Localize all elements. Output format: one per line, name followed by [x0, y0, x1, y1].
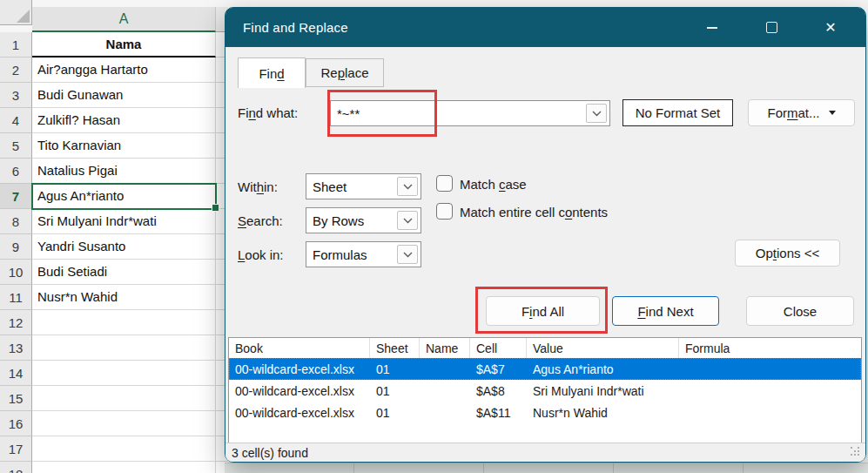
result-value: Agus An*rianto: [527, 358, 679, 380]
col-sheet[interactable]: Sheet: [370, 338, 420, 358]
cell-A18[interactable]: [32, 462, 216, 473]
row-header-3[interactable]: 3: [0, 83, 32, 108]
find-what-dropdown-button[interactable]: [586, 104, 607, 123]
result-formula: [679, 358, 861, 380]
tab-replace[interactable]: Replace: [306, 58, 384, 87]
cell-A4[interactable]: Zulkifl? Hasan: [32, 108, 216, 133]
find-next-button[interactable]: Find Next: [612, 296, 719, 326]
cell-A6[interactable]: Natalius Pigai: [32, 159, 216, 184]
find-what-input[interactable]: *~**: [330, 100, 610, 126]
col-cell[interactable]: Cell: [470, 338, 527, 358]
result-name: [420, 380, 470, 402]
select-all-corner[interactable]: [0, 0, 32, 25]
tab-replace-label: Replace: [320, 65, 368, 80]
row-header-7[interactable]: 7: [0, 184, 32, 209]
result-row-3[interactable]: 00-wildcard-excel.xlsx01$A$11Nusr*n Wahi…: [229, 402, 861, 423]
cell-A11[interactable]: Nusr*n Wahid: [32, 285, 216, 310]
cell-A15[interactable]: [32, 386, 216, 411]
no-format-set-preview: No Format Set: [622, 99, 733, 126]
select-all-triangle-icon: [17, 10, 30, 23]
find-all-label: Find All: [521, 304, 564, 319]
chevron-down-icon: [403, 218, 413, 224]
fill-handle[interactable]: [212, 204, 219, 212]
row-header-5[interactable]: 5: [0, 133, 32, 159]
status-text: 3 cell(s) found: [232, 446, 308, 460]
cell-A5[interactable]: Tito Karnavian: [32, 133, 216, 159]
row-header-13[interactable]: 13: [0, 335, 32, 361]
look-in-value: Formulas: [313, 242, 367, 267]
cell-A7[interactable]: Agus An*rianto: [32, 184, 216, 209]
row-header-15[interactable]: 15: [0, 386, 32, 411]
match-entire-label: Match entire cell contents: [460, 205, 608, 220]
within-value: Sheet: [313, 174, 347, 199]
row-header-16[interactable]: 16: [0, 411, 32, 436]
within-select[interactable]: Sheet: [306, 173, 421, 199]
cell-A12[interactable]: [32, 310, 216, 335]
dialog-titlebar[interactable]: Find and Replace ✕: [225, 8, 865, 47]
cell-A1[interactable]: Nama: [32, 32, 216, 57]
cell-A9[interactable]: Yandri Susanto: [32, 234, 216, 260]
result-book: 00-wildcard-excel.xlsx: [229, 380, 370, 402]
result-name: [420, 402, 470, 423]
col-value[interactable]: Value: [527, 338, 679, 358]
row-header-11[interactable]: 11: [0, 285, 32, 310]
close-button[interactable]: Close: [746, 296, 854, 326]
close-window-button[interactable]: ✕: [818, 16, 843, 40]
result-value: Sri Mulyani Indr*wati: [527, 380, 679, 402]
minimize-icon: [707, 27, 717, 29]
result-cell: $A$8: [470, 380, 527, 402]
look-in-dropdown-button[interactable]: [397, 245, 418, 264]
result-row-1[interactable]: 00-wildcard-excel.xlsx01$A$7Agus An*rian…: [229, 358, 861, 380]
cell-A3[interactable]: Budi Gunawan: [32, 83, 216, 108]
chevron-down-icon: [403, 184, 413, 190]
result-book: 00-wildcard-excel.xlsx: [229, 358, 370, 380]
match-case-checkbox[interactable]: [436, 175, 453, 192]
search-dropdown-button[interactable]: [397, 211, 418, 230]
match-entire-checkbox[interactable]: [436, 203, 453, 220]
col-formula[interactable]: Formula: [679, 338, 861, 358]
cell-A8[interactable]: Sri Mulyani Indr*wati: [32, 209, 216, 234]
row-header-9[interactable]: 9: [0, 234, 32, 260]
result-sheet: 01: [370, 402, 420, 423]
format-button[interactable]: Format...: [748, 99, 855, 126]
within-dropdown-button[interactable]: [397, 177, 418, 196]
row-header-10[interactable]: 10: [0, 260, 32, 285]
results-header: Book Sheet Name Cell Value Formula: [229, 338, 861, 358]
row-header-1[interactable]: 1: [0, 32, 32, 57]
cell-A2[interactable]: Air?angga Hartarto: [32, 57, 216, 83]
tab-find[interactable]: Find: [238, 57, 306, 88]
cell-A17[interactable]: [32, 436, 216, 462]
row-header-17[interactable]: 17: [0, 436, 32, 462]
find-all-button[interactable]: Find All: [486, 296, 600, 326]
row-header-2[interactable]: 2: [0, 57, 32, 83]
find-and-replace-dialog: Find and Replace ✕ Replace Find Find wha…: [225, 7, 866, 463]
row-header-14[interactable]: 14: [0, 361, 32, 386]
cell-A13[interactable]: [32, 335, 216, 361]
resize-grip[interactable]: [851, 447, 861, 457]
cell-A10[interactable]: Budi Setiadi: [32, 260, 216, 285]
row-header-4[interactable]: 4: [0, 108, 32, 133]
cell-A14[interactable]: [32, 361, 216, 386]
maximize-button[interactable]: [759, 16, 784, 40]
look-in-select[interactable]: Formulas: [306, 241, 421, 267]
column-header-A[interactable]: A: [32, 7, 216, 32]
row-header-18[interactable]: 18: [0, 462, 32, 473]
options-button[interactable]: Options <<: [735, 240, 840, 267]
search-select[interactable]: By Rows: [306, 207, 421, 233]
row-header-8[interactable]: 8: [0, 209, 32, 234]
excel-find-replace-screen: A 1Nama2Air?angga Hartarto3Budi Gunawan4…: [0, 0, 868, 473]
dialog-statusbar: 3 cell(s) found: [225, 443, 865, 462]
minimize-button[interactable]: [700, 16, 724, 40]
cell-A16[interactable]: [32, 411, 216, 436]
find-what-label: Find what:: [238, 105, 298, 120]
row-header-6[interactable]: 6: [0, 159, 32, 184]
close-button-label: Close: [784, 304, 817, 319]
match-case-label: Match case: [460, 177, 527, 192]
row-header-12[interactable]: 12: [0, 310, 32, 335]
result-cell: $A$11: [470, 402, 527, 423]
col-name[interactable]: Name: [420, 338, 470, 358]
search-label: Search:: [238, 213, 283, 228]
result-row-2[interactable]: 00-wildcard-excel.xlsx01$A$8Sri Mulyani …: [229, 380, 861, 402]
result-formula: [679, 380, 861, 402]
col-book[interactable]: Book: [229, 338, 370, 358]
